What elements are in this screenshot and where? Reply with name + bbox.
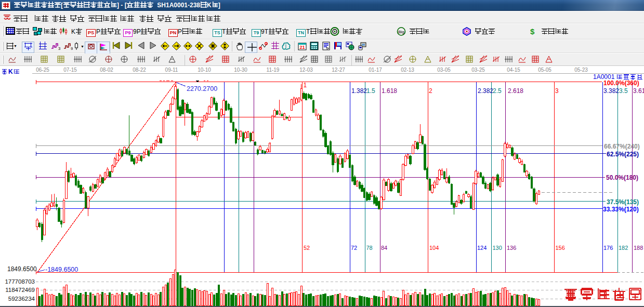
svg-text:78: 78	[366, 245, 373, 251]
svg-text:59236234: 59236234	[8, 296, 35, 302]
svg-text:37.5%(135): 37.5%(135)	[607, 198, 639, 206]
svg-text:3: 3	[555, 87, 559, 95]
svg-text:52: 52	[304, 245, 310, 251]
svg-text:Big: Big	[398, 30, 404, 34]
svg-text:1.618: 1.618	[382, 87, 397, 95]
svg-text:04-15: 04-15	[507, 67, 520, 73]
svg-text:33.33%(120): 33.33%(120)	[603, 206, 639, 213]
svg-text:09-11: 09-11	[165, 67, 178, 73]
svg-text:177708703: 177708703	[5, 278, 35, 285]
svg-text:12-27: 12-27	[332, 67, 345, 73]
svg-text:08-22: 08-22	[133, 67, 146, 73]
svg-text:130: 130	[493, 245, 502, 251]
svg-text:01-17: 01-17	[369, 67, 382, 73]
svg-text:10-10: 10-10	[198, 67, 211, 73]
svg-text:2270.2700: 2270.2700	[187, 85, 217, 92]
svg-text:156: 156	[556, 245, 565, 251]
svg-text:84: 84	[381, 245, 387, 251]
svg-text:182: 182	[619, 245, 628, 251]
svg-text:188: 188	[634, 245, 643, 251]
svg-text:11-19: 11-19	[267, 67, 280, 73]
svg-text:05-05: 05-05	[538, 67, 551, 73]
svg-text:12-03: 12-03	[299, 67, 313, 73]
svg-text:06-25: 06-25	[36, 67, 49, 73]
svg-text:50.0%(180): 50.0%(180)	[606, 174, 638, 181]
svg-text:3.5: 3.5	[619, 87, 628, 95]
svg-text:▼: ▼	[81, 45, 84, 48]
svg-text:2.618: 2.618	[508, 87, 523, 95]
svg-text:104: 104	[429, 245, 439, 251]
svg-text:118472469: 118472469	[5, 287, 35, 293]
svg-text:62.5%(225): 62.5%(225)	[607, 151, 639, 158]
svg-text:3.618: 3.618	[633, 87, 644, 95]
svg-text:-1849.6500: -1849.6500	[45, 266, 78, 273]
svg-text:2: 2	[429, 87, 432, 95]
svg-text:1.382: 1.382	[351, 87, 367, 95]
svg-text:66.67%(240): 66.67%(240)	[604, 143, 640, 150]
svg-text:72: 72	[351, 245, 357, 251]
svg-text:1.5: 1.5	[366, 87, 375, 95]
svg-text:136: 136	[507, 245, 516, 251]
svg-text:2.382: 2.382	[478, 87, 493, 95]
svg-text:02-13: 02-13	[401, 67, 414, 73]
svg-text:05-23: 05-23	[574, 67, 588, 73]
svg-text:2.5: 2.5	[493, 87, 502, 95]
svg-text:08-02: 08-02	[100, 67, 113, 73]
svg-text:1: 1	[304, 82, 307, 89]
svg-text:100.0%(360): 100.0%(360)	[603, 79, 639, 87]
svg-text:124: 124	[477, 245, 487, 251]
svg-text:03-25: 03-25	[471, 67, 485, 73]
svg-text:10-30: 10-30	[234, 67, 247, 73]
svg-text:3: 3	[58, 46, 60, 50]
svg-text:07-15: 07-15	[63, 67, 77, 73]
svg-text:176: 176	[603, 245, 613, 251]
svg-text:21: 21	[299, 45, 305, 50]
svg-text:3.382: 3.382	[603, 87, 619, 95]
svg-text:1849.6500: 1849.6500	[7, 265, 37, 273]
svg-text:03-05: 03-05	[437, 67, 451, 73]
svg-text:K: K	[8, 68, 13, 75]
